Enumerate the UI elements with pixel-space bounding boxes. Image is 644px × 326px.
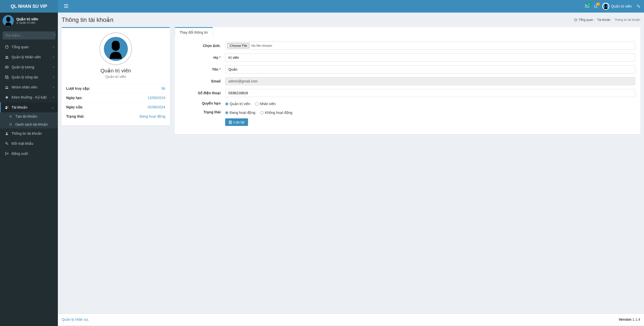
search-icon <box>55 33 55 37</box>
dashboard-icon <box>574 18 577 21</box>
cogs-icon <box>636 4 640 8</box>
profile-name: Quản trị viên <box>100 68 131 74</box>
status-radio-inactive[interactable]: Không hoạt động <box>260 111 292 115</box>
sidebar-item-password[interactable]: Đổi mật khẩu <box>0 138 58 149</box>
sidebar-toggle[interactable] <box>62 1 71 12</box>
chevron-left-icon: ‹ <box>53 75 54 79</box>
svg-rect-8 <box>5 66 8 68</box>
role-radio-staff[interactable]: Nhân viên <box>255 102 275 106</box>
save-button[interactable]: Lưu lại <box>225 118 248 126</box>
user-panel-name: Quản trị viên <box>16 17 38 21</box>
form-box: Thay đổi thông tin Chọn ảnh: Choose File… <box>175 27 640 134</box>
chevron-left-icon: ‹ <box>53 65 54 69</box>
top-header: QL NHAN SU VIP 13 5 Quản trị viên <box>0 0 644 13</box>
svg-point-7 <box>7 56 8 57</box>
circle-icon <box>8 115 13 118</box>
svg-point-3 <box>637 5 638 6</box>
users-icon <box>5 55 9 59</box>
notifications-badge: 5 <box>596 3 600 6</box>
sidebar-item-profile[interactable]: Thông tin tài khoản <box>0 128 58 138</box>
profile-info-list: Lượt truy cập:56 Ngày tạo:12/09/2019 Ngà… <box>66 84 165 121</box>
svg-rect-10 <box>5 76 8 78</box>
signout-icon <box>5 152 9 155</box>
footer-link[interactable]: Quản lý nhân sự <box>62 317 88 321</box>
chevron-left-icon: ‹ <box>53 55 54 59</box>
role-radio-admin[interactable]: Quản trị viên <box>225 102 250 106</box>
star-icon <box>5 96 9 99</box>
breadcrumb-home[interactable]: Tổng quan <box>579 18 593 22</box>
user-icon <box>5 132 9 135</box>
user-panel-avatar <box>3 15 14 26</box>
settings-menu[interactable] <box>636 4 640 9</box>
sidebar-item-dashboard[interactable]: Tổng quan‹ <box>0 42 58 52</box>
search-button[interactable] <box>52 31 55 39</box>
user-avatar-icon <box>602 3 609 10</box>
sidebar-item-business[interactable]: Quản lý công tác‹ <box>0 72 58 82</box>
profile-row: Trạng thái:Đang hoạt động <box>66 112 165 121</box>
profile-row: Ngày tạo:12/09/2019 <box>66 93 165 102</box>
label-role: Quyền hạn <box>180 101 225 105</box>
user-status: Quản trị viên <box>16 21 38 24</box>
label-email: Email <box>180 79 225 83</box>
sidebar: Quản trị viên Quản trị viên Tổng quan‹ Q… <box>0 13 58 325</box>
footer-version-label: Version <box>619 317 631 321</box>
user-menu-name: Quản trị viên <box>611 4 632 8</box>
save-icon <box>229 121 232 124</box>
svg-point-13 <box>7 86 8 87</box>
file-status-text: No file chosen <box>251 44 272 48</box>
search-input[interactable] <box>3 31 52 39</box>
chevron-left-icon: ‹ <box>53 85 54 89</box>
brand-logo[interactable]: QL NHAN SU VIP <box>0 0 58 13</box>
sidebar-item-reward[interactable]: Khen thưởng - Kỷ luật‹ <box>0 92 58 102</box>
key-icon <box>5 142 9 145</box>
sidebar-item-logout[interactable]: Đăng xuất <box>0 149 58 159</box>
submenu-list-account[interactable]: Danh sách tài khoản <box>0 120 58 128</box>
sidebar-item-salary[interactable]: Quản lý lương‹ <box>0 62 58 72</box>
email-input <box>225 77 635 85</box>
circle-icon <box>8 123 13 126</box>
chevron-left-icon: ‹ <box>53 45 54 49</box>
sidebar-search <box>0 29 58 42</box>
profile-avatar <box>104 37 128 61</box>
svg-point-16 <box>10 124 12 125</box>
svg-point-17 <box>6 132 8 134</box>
sidebar-item-groups[interactable]: Nhóm nhân viên‹ <box>0 82 58 92</box>
svg-point-4 <box>639 6 640 7</box>
submenu-create-account[interactable]: Tạo tài khoản <box>0 112 58 120</box>
firstname-input[interactable] <box>225 65 635 73</box>
svg-rect-11 <box>6 76 8 79</box>
dashboard-icon <box>5 45 9 49</box>
content-header: Thông tin tài khoản Tổng quan › Tài khoả… <box>58 13 644 27</box>
breadcrumb-mid[interactable]: Tài khoản <box>597 18 611 22</box>
page-title: Thông tin tài khoản <box>62 16 113 23</box>
clone-icon <box>5 75 9 79</box>
online-dot-icon <box>16 22 18 24</box>
chevron-left-icon: ‹ <box>53 96 54 99</box>
navbar: 13 5 Quản trị viên <box>58 0 644 13</box>
profile-row: Lượt truy cập:56 <box>66 84 165 93</box>
profile-role: Quản trị viên <box>105 75 126 79</box>
user-menu[interactable]: Quản trị viên <box>602 3 632 10</box>
tabs: Thay đổi thông tin <box>175 27 640 37</box>
notifications-menu[interactable]: 5 <box>594 4 598 9</box>
money-icon <box>5 65 9 69</box>
profile-avatar-ring <box>99 32 132 65</box>
svg-point-14 <box>6 106 7 108</box>
tab-edit-info[interactable]: Thay đổi thông tin <box>175 27 213 37</box>
profile-row: Ngày sửa:02/08/2024 <box>66 102 165 112</box>
lastname-input[interactable] <box>225 54 635 62</box>
svg-point-6 <box>6 56 7 57</box>
sidebar-item-employees[interactable]: Quản lý Nhân viên‹ <box>0 52 58 62</box>
label-choose-image: Chọn ảnh: <box>180 44 225 48</box>
group-icon <box>5 85 9 89</box>
svg-point-12 <box>6 86 7 87</box>
messages-badge: 13 <box>587 3 591 6</box>
messages-menu[interactable]: 13 <box>585 4 589 9</box>
label-phone: Số điện thoại <box>180 91 225 95</box>
file-input[interactable]: Choose File No file chosen <box>225 41 635 50</box>
phone-input[interactable] <box>225 89 635 97</box>
chevron-down-icon: ⌄ <box>52 106 54 109</box>
status-radio-active[interactable]: Đang hoạt động <box>225 111 255 115</box>
choose-file-button[interactable]: Choose File <box>227 43 249 48</box>
sidebar-item-account[interactable]: Tài khoản⌄ <box>0 102 58 112</box>
